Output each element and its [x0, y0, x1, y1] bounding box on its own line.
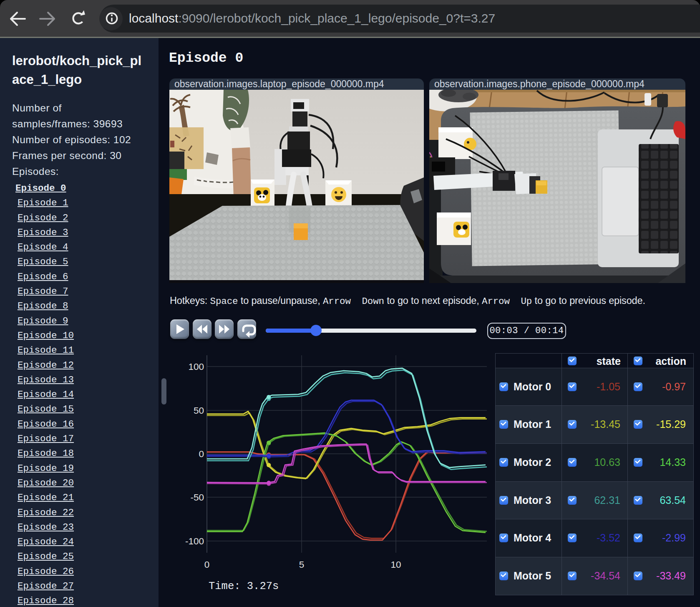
svg-text:5: 5 — [299, 559, 305, 570]
svg-text:50: 50 — [194, 405, 204, 416]
svg-text:0: 0 — [199, 449, 204, 459]
svg-text:-50: -50 — [190, 492, 204, 503]
svg-text:10: 10 — [390, 559, 401, 570]
svg-text:0: 0 — [204, 559, 210, 570]
svg-text:100: 100 — [188, 362, 204, 372]
svg-text:-100: -100 — [185, 536, 204, 546]
